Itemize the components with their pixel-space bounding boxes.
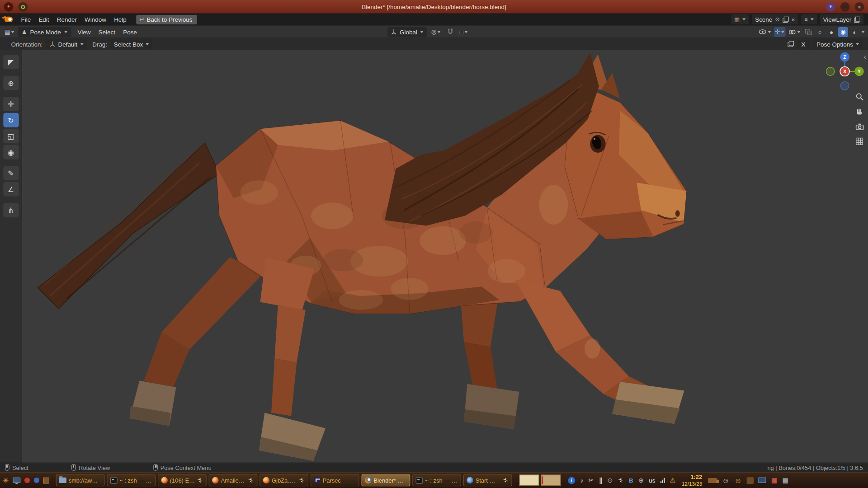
monitor-app-icon[interactable] bbox=[759, 478, 766, 483]
blender-logo-icon[interactable] bbox=[5, 17, 13, 22]
minimize-button[interactable]: — bbox=[840, 2, 850, 11]
clock[interactable]: 1:22 12/13/23 bbox=[682, 474, 702, 487]
tool-transform[interactable]: ◉ bbox=[3, 145, 19, 160]
snap-target-button[interactable]: □ bbox=[458, 27, 469, 37]
scene-selector[interactable]: Scene ⊙ × bbox=[752, 14, 798, 24]
workspace-1[interactable] bbox=[519, 475, 539, 486]
pivot-point-button[interactable]: ◎ bbox=[430, 27, 442, 37]
axis-gizmo[interactable]: Z Y X bbox=[823, 50, 867, 94]
material-shading-icon: ◉ bbox=[840, 28, 846, 35]
gray-face-icon[interactable]: ☺ bbox=[722, 476, 729, 484]
tool-measure[interactable]: ∠ bbox=[3, 182, 19, 197]
show-gizmo-button[interactable]: ✛ bbox=[774, 27, 786, 37]
network-tray-icon[interactable]: ⊕ bbox=[638, 476, 644, 484]
snap-toggle-button[interactable] bbox=[445, 27, 455, 37]
settings-gear-icon[interactable]: ⚙ bbox=[18, 2, 28, 11]
truck-app-icon[interactable] bbox=[708, 478, 717, 483]
files-app-icon[interactable] bbox=[43, 477, 49, 483]
taskbar-window-browser-3[interactable]: GjbZa…. bbox=[259, 474, 308, 486]
taskbar-window-blender[interactable]: Blender* … bbox=[361, 474, 410, 486]
unlink-scene-icon[interactable]: × bbox=[791, 16, 795, 23]
music-tray-icon[interactable]: ♪ bbox=[580, 476, 583, 484]
menu-file[interactable]: File bbox=[17, 14, 35, 24]
bluetooth-tray-icon[interactable]: B bbox=[629, 477, 633, 484]
clipboard-cut-tray-icon[interactable]: ✂ bbox=[589, 476, 594, 484]
menu-select[interactable]: Select bbox=[94, 27, 119, 37]
tool-move[interactable]: ✛ bbox=[3, 97, 19, 111]
taskbar-window-start[interactable]: Start … bbox=[463, 474, 512, 486]
show-overlays-button[interactable] bbox=[787, 27, 802, 37]
snap-target-icon: □ bbox=[460, 28, 463, 35]
pause-tray-icon[interactable]: ∥ bbox=[599, 476, 602, 484]
menu-render[interactable]: Render bbox=[53, 14, 80, 24]
camera-icon bbox=[855, 122, 864, 130]
red-app-icon[interactable] bbox=[24, 478, 30, 483]
tool-rotate[interactable]: ↻ bbox=[3, 113, 19, 127]
3d-viewport[interactable]: Z Y X bbox=[22, 50, 868, 462]
back-to-previous-button[interactable]: ↩ Back to Previous bbox=[136, 14, 198, 24]
ortho-toggle-button[interactable] bbox=[855, 136, 864, 146]
new-scene-icon[interactable] bbox=[783, 16, 788, 22]
package-app-icon[interactable] bbox=[747, 477, 754, 483]
shading-solid-button[interactable]: ● bbox=[826, 27, 836, 37]
workspace-2[interactable] bbox=[541, 475, 561, 486]
taskbar-window-parsec[interactable]: Parsec bbox=[311, 474, 359, 486]
horse-tail[interactable] bbox=[38, 143, 219, 309]
taskbar-window-zsh-1[interactable]: ~ : zsh — … bbox=[107, 474, 156, 486]
display-settings-icon[interactable] bbox=[13, 478, 20, 483]
menu-view[interactable]: View bbox=[74, 27, 94, 37]
tool-3d-cursor[interactable]: ⊕ bbox=[3, 76, 19, 90]
keying-set-icon[interactable] bbox=[788, 41, 793, 47]
camera-view-button[interactable] bbox=[855, 122, 864, 131]
sidebar-collapse-arrow[interactable]: ‹ bbox=[864, 52, 867, 60]
wifi-signal-icon[interactable] bbox=[660, 478, 665, 483]
shading-wireframe-button[interactable]: ○ bbox=[815, 27, 825, 37]
menu-help[interactable]: Help bbox=[110, 14, 131, 24]
mirror-x-toggle[interactable]: X bbox=[797, 40, 810, 49]
drag-dropdown[interactable]: Select Box bbox=[110, 39, 152, 49]
axis-y-negative[interactable] bbox=[826, 67, 835, 75]
window-label: ~ : zsh — … bbox=[119, 477, 152, 484]
editor-type-button[interactable]: ▦ bbox=[3, 27, 15, 37]
xray-toggle-button[interactable] bbox=[803, 27, 813, 37]
axis-z-negative[interactable] bbox=[840, 82, 849, 90]
shading-rendered-button[interactable]: ◐ bbox=[850, 27, 860, 37]
menu-pose[interactable]: Pose bbox=[119, 27, 141, 37]
viewlayer-browse-button[interactable]: ≡ bbox=[801, 14, 817, 24]
menu-window[interactable]: Window bbox=[81, 14, 110, 24]
zoom-button[interactable] bbox=[855, 92, 864, 101]
menu-edit[interactable]: Edit bbox=[35, 14, 53, 24]
shading-material-button[interactable]: ◉ bbox=[838, 27, 848, 37]
warning-tray-icon[interactable]: ⚠ bbox=[670, 476, 675, 484]
horse-model[interactable] bbox=[22, 50, 868, 462]
pan-button[interactable] bbox=[855, 107, 864, 116]
blue-app-icon[interactable] bbox=[34, 478, 39, 483]
taskbar-window-browser-1[interactable]: (106) E… bbox=[158, 474, 207, 486]
pose-options-dropdown[interactable]: Pose Options bbox=[813, 39, 863, 49]
orientation-dropdown[interactable]: Default bbox=[46, 39, 86, 49]
volume-tray-icon[interactable] bbox=[618, 478, 624, 483]
taskbar-window-smb[interactable]: smb://aw… bbox=[56, 474, 105, 486]
window-menu-icon[interactable]: ✦ bbox=[4, 2, 14, 11]
close-button[interactable]: × bbox=[855, 2, 864, 11]
visibility-filter-button[interactable] bbox=[757, 27, 772, 37]
viewlayer-selector[interactable]: ViewLayer bbox=[820, 14, 863, 24]
scene-browse-button[interactable]: ▦ bbox=[731, 14, 749, 24]
tool-scale[interactable]: ◱ bbox=[3, 129, 19, 143]
shade-window-button[interactable]: ▾ bbox=[826, 2, 835, 11]
keyboard-layout-indicator[interactable]: us bbox=[649, 477, 655, 484]
transform-orientation-selector[interactable]: Global bbox=[387, 27, 427, 37]
app-launcher-star-icon[interactable]: ✳ bbox=[3, 476, 9, 484]
gray-grid-app-icon[interactable]: ▦ bbox=[783, 476, 789, 484]
yellow-face-icon[interactable]: ☺ bbox=[735, 476, 742, 484]
tool-annotate[interactable]: ✎ bbox=[3, 166, 19, 180]
mode-selector[interactable]: ♟ Pose Mode bbox=[18, 27, 71, 37]
mic-tray-icon[interactable]: ⊙ bbox=[607, 476, 613, 484]
tool-pose-breakdowner[interactable]: ⋔ bbox=[3, 203, 19, 217]
taskbar-window-zsh-2[interactable]: ~ : zsh — … bbox=[412, 474, 461, 486]
tool-select-box[interactable]: ◤ bbox=[3, 55, 19, 69]
new-viewlayer-icon[interactable] bbox=[854, 16, 860, 22]
taskbar-window-browser-2[interactable]: Amalie… bbox=[209, 474, 258, 486]
info-tray-icon[interactable]: i bbox=[568, 477, 575, 484]
red-grid-app-icon[interactable]: ▦ bbox=[771, 476, 778, 484]
